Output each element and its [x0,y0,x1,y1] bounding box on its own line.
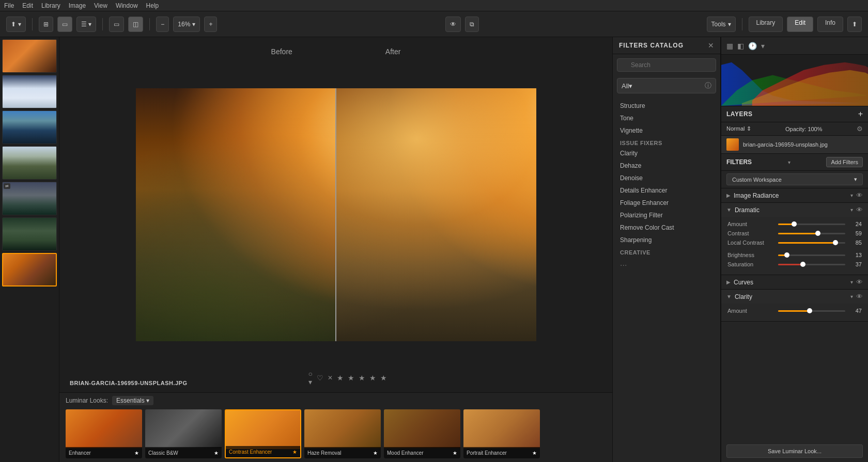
image-viewer[interactable]: Before After BRIAN-GARCIA-196959-UNSPLAS… [59,37,612,392]
slider-track-brightness[interactable] [778,254,845,256]
menu-file[interactable]: File [4,2,14,9]
filmstrip-item-6[interactable] [2,217,57,251]
filmstrip-item-1[interactable] [2,39,57,73]
menu-edit[interactable]: Edit [22,2,33,9]
blend-mode-selector[interactable]: Normal ⇕ [726,125,751,132]
fg-eye-image-radiance[interactable]: 👁 [856,192,863,199]
filter-item-foliage-enhancer[interactable]: Foliage Enhancer [613,197,720,209]
filter-item-vignette[interactable]: Vignette [613,124,720,137]
fg-eye-curves[interactable]: 👁 [856,278,863,286]
split-line[interactable] [335,88,336,341]
heart-icon[interactable]: ♡ [317,374,323,382]
history-chevron[interactable]: ▾ [761,42,765,50]
menu-library[interactable]: Library [41,2,60,9]
filter-item-tone[interactable]: Tone [613,112,720,124]
layers-add-button[interactable]: + [858,109,863,119]
zoom-in-button[interactable]: + [204,17,217,32]
look-star-1[interactable]: ★ [214,450,219,456]
eye-button[interactable]: 👁 [445,17,461,32]
filter-group-header-image-radiance[interactable]: ▶ Image Radiance ▾ 👁 [721,188,868,202]
look-item-3[interactable]: Haze Removal ★ [304,409,381,458]
menu-image[interactable]: Image [69,2,86,9]
slider-thumb-saturation[interactable] [800,262,805,267]
slider-track-clarity-amount[interactable] [778,310,845,312]
star-4[interactable]: ★ [369,374,376,382]
save-luminar-look-button[interactable]: Save Luminar Look... [726,444,863,458]
zoom-level[interactable]: 16% ▾ [173,17,200,32]
filter-group-header-dramatic[interactable]: ▼ Dramatic ▾ 👁 [721,203,868,217]
look-item-0[interactable]: Enhancer ★ [66,409,142,458]
filter-item-sharpening[interactable]: Sharpening [613,234,720,246]
fg-eye-clarity[interactable]: 👁 [856,293,863,300]
slider-track-contrast[interactable] [778,233,845,234]
menu-view[interactable]: View [94,2,107,9]
filters-category-dropdown[interactable]: All ▾ ⓘ [617,78,716,93]
look-item-1[interactable]: Classic B&W ★ [145,409,222,458]
filmstrip-item-7[interactable] [2,253,57,286]
circle-icon[interactable]: ○ ▾ [308,370,313,386]
star-1[interactable]: ★ [337,374,344,382]
search-input[interactable] [617,58,716,72]
star-2[interactable]: ★ [348,374,354,382]
tab-info[interactable]: Info [817,17,843,32]
filter-group-header-clarity[interactable]: ▼ Clarity ▾ 👁 [721,290,868,304]
filter-item-polarizing-filter[interactable]: Polarizing Filter [613,209,720,221]
list-view-button[interactable]: ☰ ▾ [76,17,96,32]
tab-edit[interactable]: Edit [787,17,813,32]
looks-collection-selector[interactable]: Essentials ▾ [112,396,153,405]
single-view-button[interactable]: ▭ [57,17,72,32]
collection-chevron: ▾ [146,397,149,404]
filter-item-dehaze[interactable]: Dehaze [613,160,720,172]
before-after-button[interactable]: ⧉ [465,17,479,32]
look-star-0[interactable]: ★ [134,450,139,456]
slider-thumb-contrast[interactable] [815,231,820,236]
slider-thumb-amount[interactable] [792,221,797,227]
info-icon[interactable]: ⓘ [705,81,711,90]
filmstrip-item-2[interactable] [2,75,57,108]
filter-group-header-curves[interactable]: ▶ Curves ▾ 👁 [721,275,868,289]
look-star-2[interactable]: ★ [292,449,297,455]
history-icon[interactable]: 🕐 [748,42,757,50]
tools-button[interactable]: Tools ▾ [707,17,736,32]
opacity-control[interactable]: Opacity: 100% [785,126,823,132]
look-star-4[interactable]: ★ [453,450,457,456]
grid-view-button[interactable]: ⊞ [39,17,53,32]
look-item-2[interactable]: Contrast Enhancer ★ [225,409,301,458]
filmstrip-item-4[interactable] [2,146,57,180]
look-item-5[interactable]: Portrait Enhancer ★ [463,409,540,458]
look-item-4[interactable]: Mood Enhancer ★ [384,409,460,458]
look-star-3[interactable]: ★ [373,450,378,456]
slider-thumb-local-contrast[interactable] [833,240,838,245]
import-button[interactable]: ⬆ ▾ [6,17,26,32]
workspace-button[interactable]: Custom Workspace ▾ [726,173,863,185]
layer-settings-icon[interactable]: ⚙ [857,125,863,133]
filmstrip-item-5[interactable]: ⇄ [2,182,57,215]
star-3[interactable]: ★ [359,374,365,382]
slider-thumb-clarity-amount[interactable] [807,308,812,313]
filter-item-structure[interactable]: Structure [613,100,720,112]
filter-item-details-enhancer[interactable]: Details Enhancer [613,184,720,197]
menu-help[interactable]: Help [146,2,159,9]
filter-item-denoise[interactable]: Denoise [613,172,720,184]
fg-eye-dramatic[interactable]: 👁 [856,206,863,214]
histogram-icon[interactable]: ▦ [726,42,733,50]
tab-library[interactable]: Library [749,17,783,32]
reject-icon[interactable]: ✕ [328,374,333,381]
filmstrip-item-3[interactable] [2,110,57,144]
compare-button[interactable]: ◫ [128,17,143,32]
layers-icon[interactable]: ◧ [737,42,744,50]
filter-item-clarity[interactable]: Clarity [613,147,720,160]
zoom-out-button[interactable]: − [156,17,169,32]
slider-track-local-contrast[interactable] [778,242,845,244]
add-filters-button[interactable]: Add Filters [826,157,863,167]
slider-track-amount[interactable] [778,224,845,225]
menu-window[interactable]: Window [116,2,138,9]
share-button[interactable]: ⬆ [847,17,862,32]
slider-track-saturation[interactable] [778,264,845,265]
slider-thumb-brightness[interactable] [784,252,789,258]
star-5[interactable]: ★ [380,374,387,382]
filter-item-remove-color-cast[interactable]: Remove Color Cast [613,221,720,234]
look-star-5[interactable]: ★ [532,450,537,456]
filters-close-button[interactable]: ✕ [708,41,714,50]
crop-button[interactable]: ▭ [109,17,124,32]
